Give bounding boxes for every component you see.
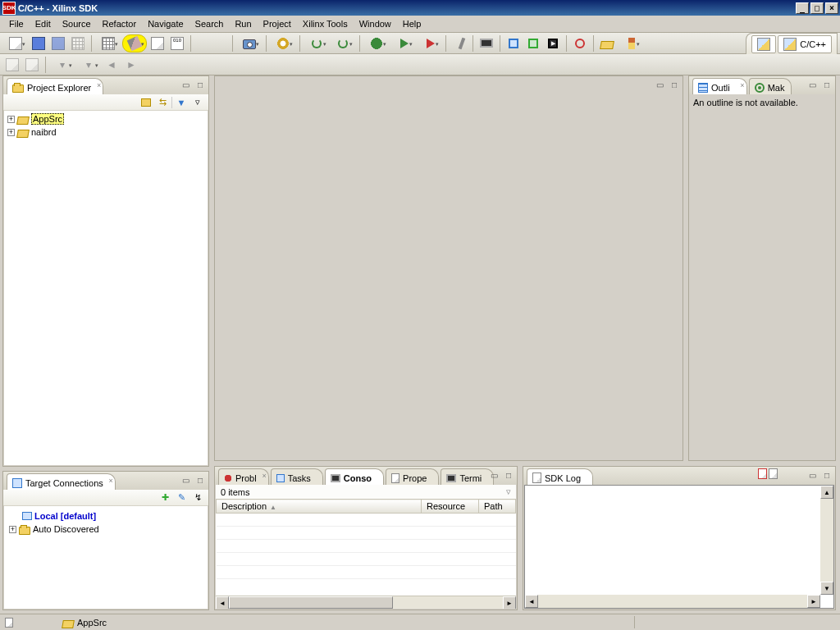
sq-green-button[interactable] xyxy=(524,34,542,52)
edit-target-button[interactable]: ✎ xyxy=(174,491,189,505)
maximize-view-icon[interactable]: □ xyxy=(820,78,833,91)
menu-window[interactable]: Window xyxy=(354,16,397,31)
filter-button[interactable]: ▼ xyxy=(174,95,189,110)
brush-button[interactable] xyxy=(618,34,642,52)
build-button[interactable] xyxy=(122,34,147,52)
minimize-editor-icon[interactable]: ▭ xyxy=(653,78,666,91)
circle-button[interactable] xyxy=(571,34,589,52)
debug-button[interactable] xyxy=(364,34,389,52)
properties-tab[interactable]: Prope xyxy=(386,468,439,485)
col-description[interactable]: Description▲ xyxy=(217,500,422,514)
col-resource[interactable]: Resource xyxy=(422,500,479,514)
menu-file[interactable]: File xyxy=(3,16,30,31)
maximize-editor-icon[interactable]: □ xyxy=(668,78,681,91)
terminal-button[interactable] xyxy=(477,34,495,52)
menu-source[interactable]: Source xyxy=(57,16,97,31)
menu-refactor[interactable]: Refactor xyxy=(97,16,143,31)
menu-search[interactable]: Search xyxy=(189,16,230,31)
refresh2-button[interactable] xyxy=(331,34,355,52)
menu-navigate[interactable]: Navigate xyxy=(142,16,189,31)
problems-tab[interactable]: Probl× xyxy=(218,468,269,485)
nav-dropdown2[interactable]: ▾ xyxy=(76,56,101,74)
maximize-view-icon[interactable]: □ xyxy=(194,473,207,486)
expand-icon[interactable]: + xyxy=(9,526,16,533)
sdk-log-tab[interactable]: SDK Log xyxy=(527,468,593,485)
table-row[interactable] xyxy=(217,566,516,579)
maximize-view-icon[interactable]: □ xyxy=(820,468,833,482)
expand-icon[interactable]: + xyxy=(7,129,15,136)
console-tab[interactable]: Conso xyxy=(325,468,384,485)
maximize-view-icon[interactable]: □ xyxy=(194,78,207,91)
minimize-view-icon[interactable]: ▭ xyxy=(487,468,500,482)
sq-blue-button[interactable] xyxy=(504,34,523,52)
close-tab-icon[interactable]: × xyxy=(97,81,101,89)
log-copy-button[interactable] xyxy=(758,468,767,479)
sq-black-button[interactable] xyxy=(544,34,562,52)
target-local[interactable]: Local [default] xyxy=(6,509,206,523)
collapse-all-button[interactable] xyxy=(139,95,153,110)
print-button[interactable] xyxy=(69,34,87,52)
stop-button[interactable] xyxy=(417,34,441,52)
minimize-view-icon[interactable]: ▭ xyxy=(179,78,192,91)
problems-content: 0 items▿ Description▲ Resource Path ◄► xyxy=(216,485,516,609)
cpp-perspective-button[interactable]: C/C++ xyxy=(778,35,832,53)
menu-help[interactable]: Help xyxy=(397,16,427,31)
link-editor-button[interactable]: ⇆ xyxy=(155,95,170,110)
tree-node-naibrd[interactable]: + naibrd xyxy=(6,126,206,139)
v-scrollbar[interactable]: ▲▼ xyxy=(820,486,833,595)
terminal-tab[interactable]: Termi xyxy=(441,468,494,485)
target-connections-tab[interactable]: Target Connections × xyxy=(7,473,116,490)
close-tab-icon[interactable]: × xyxy=(740,81,744,89)
h-scrollbar[interactable]: ◄► xyxy=(216,596,516,609)
forward-button[interactable]: ► xyxy=(122,56,140,74)
view-menu-button[interactable]: ▿ xyxy=(190,95,205,110)
add-target-button[interactable]: ✚ xyxy=(158,491,172,505)
maximize-view-icon[interactable]: □ xyxy=(502,468,515,482)
close-icon[interactable]: × xyxy=(262,472,266,480)
table-row[interactable] xyxy=(217,553,516,566)
menu-run[interactable]: Run xyxy=(229,16,257,31)
view-menu-icon[interactable]: ▿ xyxy=(506,486,511,497)
nav-dropdown[interactable]: ▾ xyxy=(50,56,75,74)
target-auto[interactable]: + Auto Discovered xyxy=(6,523,206,536)
back-button[interactable]: ◄ xyxy=(103,56,121,74)
h-scrollbar[interactable]: ◄► xyxy=(525,595,820,608)
maximize-button[interactable]: □ xyxy=(810,2,824,14)
save-button[interactable] xyxy=(30,34,48,52)
menu-edit[interactable]: Edit xyxy=(30,16,57,31)
close-button[interactable]: × xyxy=(825,2,838,14)
menu-xilinx-tools[interactable]: Xilinx Tools xyxy=(297,16,354,31)
snapshot-button[interactable] xyxy=(237,34,262,52)
tree-node-appsrc[interactable]: + AppSrc xyxy=(6,112,206,126)
close-tab-icon[interactable]: × xyxy=(109,477,113,485)
tasks-tab[interactable]: Tasks xyxy=(271,468,323,485)
make-tab[interactable]: Mak xyxy=(749,78,792,94)
col-path[interactable]: Path xyxy=(479,500,516,514)
outline-tab[interactable]: Outli × xyxy=(692,78,747,94)
save-all-button[interactable] xyxy=(49,34,67,52)
minimize-button[interactable]: _ xyxy=(796,2,809,14)
refresh-button[interactable] xyxy=(304,34,329,52)
expand-icon[interactable]: + xyxy=(7,116,15,123)
minimize-view-icon[interactable]: ▭ xyxy=(179,473,192,486)
wrench-button[interactable] xyxy=(450,34,468,52)
new-button[interactable] xyxy=(3,34,28,52)
show-source-button[interactable] xyxy=(3,56,21,74)
lock-button[interactable] xyxy=(271,34,295,52)
menu-project[interactable]: Project xyxy=(258,16,297,31)
binary-button[interactable]: 010 xyxy=(168,34,186,52)
hardware-button[interactable] xyxy=(96,34,121,52)
log-clear-button[interactable] xyxy=(769,468,778,479)
minimize-view-icon[interactable]: ▭ xyxy=(806,78,819,91)
open-perspective-button[interactable] xyxy=(751,35,776,53)
table-row[interactable] xyxy=(217,527,516,540)
delete-target-button[interactable]: ↯ xyxy=(190,491,205,505)
open-folder-button[interactable] xyxy=(598,34,616,52)
show-header-button[interactable] xyxy=(23,56,41,74)
run-button[interactable] xyxy=(390,34,415,52)
minimize-view-icon[interactable]: ▭ xyxy=(806,468,819,482)
project-explorer-tab[interactable]: Project Explorer × xyxy=(7,78,103,94)
table-row[interactable] xyxy=(217,514,516,527)
report-button[interactable] xyxy=(148,34,167,52)
table-row[interactable] xyxy=(217,540,516,553)
